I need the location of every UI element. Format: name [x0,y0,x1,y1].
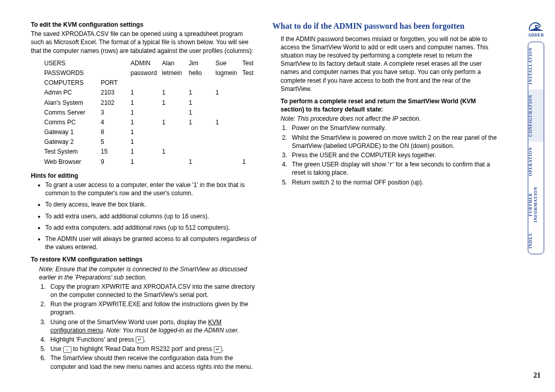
list-item: Press the USER and the COMPUTER keys tog… [289,151,498,159]
table-row: Web Browser9111 [44,158,268,166]
table-row: Comms PC41111 [44,118,268,127]
table-row: Gateway 251 [44,138,268,146]
restore-note: Note: Ensure that the computer is connec… [39,265,257,282]
list-item: Highlight 'Functions' and press ↵. [47,335,257,344]
brand-logo: ADDER [527,18,545,38]
heading-edit-kvm: To edit the KVM configuration settings [31,21,257,29]
brand-text: ADDER [527,33,545,38]
table-row: Gateway 181 [44,128,268,137]
hints-list: To grant a user access to a computer, en… [45,181,257,251]
list-item: Run the program XPWRITE.EXE and follow t… [47,300,257,316]
left-column: To edit the KVM configuration settings T… [31,21,257,376]
page-content: To edit the KVM configuration settings T… [0,0,555,386]
para-admin-forgotten: If the ADMIN password becomes mislaid or… [281,35,498,93]
reset-steps: Power on the SmartView normally. Whilst … [289,124,498,186]
table-row: COMPUTERSPORT [44,79,268,87]
table-row: Test System1511 [44,147,268,156]
list-item: The green USER display will show 'r' for… [289,160,498,177]
heading-restore: To restore KVM configuration settings [31,255,257,264]
table-row: PASSWORDSpasswordletmeinhellologmeinTest [44,69,268,78]
list-item: To grant a user access to a computer, en… [45,181,257,197]
heading-reset: To perform a complete reset and return t… [281,97,498,114]
list-item: Power on the SmartView normally. [289,124,498,132]
table-row: Admin PC21031111 [44,88,268,97]
sidebar: ADDER INSTALLATION CONFIGURATION OPERATI… [527,18,545,254]
nav-further-information[interactable]: FURTHERINFORMATION [528,181,544,228]
list-item: The ADMIN user will always be granted ac… [45,235,257,251]
nav-index[interactable]: INDEX [528,228,544,254]
page-number: 21 [533,371,541,380]
enter-key-icon: ↵ [136,337,144,343]
list-item: Whilst the SmartView is powered on move … [289,134,498,150]
table-row: Comms Server311 [44,108,268,117]
enter-key-icon: ↵ [214,346,222,353]
nav-operation[interactable]: OPERATION [528,142,544,181]
nav-configuration[interactable]: CONFIGURATION [528,89,544,142]
list-item: Copy the program XPWRITE and XPRODATA.CS… [47,283,257,299]
para-edit-intro: The saved XPRODATA.CSV file can be opene… [31,30,257,55]
side-nav: INSTALLATION CONFIGURATION OPERATION FUR… [528,42,544,254]
restore-steps: Copy the program XPWRITE and XPRODATA.CS… [47,283,257,371]
right-column: What to do if the ADMIN password has bee… [272,21,498,376]
reset-note: Note: This procedure does not affect the… [281,115,498,123]
list-item: Using one of the SmartView World user po… [47,318,257,334]
snake-logo-icon [527,18,545,32]
list-item: To add extra users, add additional colum… [45,212,257,220]
list-item: The SmartView should then receive the co… [47,354,257,370]
heading-hints: Hints for editing [31,172,257,180]
nav-installation[interactable]: INSTALLATION [528,42,544,89]
list-item: To add extra computers, add additional r… [45,223,257,232]
section-title-admin-password: What to do if the ADMIN password has bee… [272,21,498,32]
table-row: Alan's System2102111 [44,99,268,107]
list-item: Return switch 2 to the normal OFF positi… [289,178,498,186]
table-row: USERSADMINAlanJimSueTest [44,59,268,68]
list-item: To deny access, leave the box blank. [45,200,257,209]
down-key-icon: ↓ [63,346,71,353]
kvm-user-table: USERSADMINAlanJimSueTest PASSWORDSpasswo… [43,58,269,167]
list-item: Use ↓ to highlight 'Read Data from RS232… [47,345,257,353]
